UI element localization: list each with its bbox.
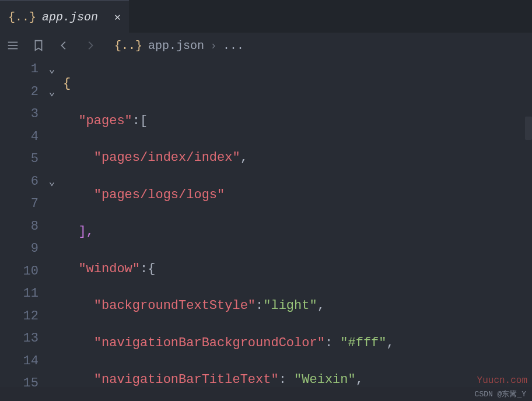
editor-toolbar: {..} app.json › ... bbox=[0, 33, 532, 58]
watermark-text: Yuucn.com bbox=[477, 375, 527, 386]
line-number: 5 bbox=[0, 148, 38, 171]
tab-bar: {..} app.json ✕ bbox=[0, 0, 532, 33]
chevron-down-icon[interactable]: ⌄ bbox=[49, 58, 55, 81]
chevron-down-icon[interactable]: ⌄ bbox=[49, 171, 55, 194]
forward-icon[interactable] bbox=[82, 39, 98, 52]
code-editor[interactable]: 1 2 3 4 5 6 7 8 9 10 11 12 13 14 15 ⌄ ⌄ … bbox=[0, 58, 532, 387]
line-number: 8 bbox=[0, 216, 38, 238]
line-number: 9 bbox=[0, 238, 38, 261]
breadcrumb-more: ... bbox=[223, 39, 244, 52]
minimap-scrollbar[interactable] bbox=[525, 117, 532, 140]
line-number: 3 bbox=[0, 103, 38, 126]
status-text: CSDN @东篱_Y bbox=[475, 389, 526, 399]
line-number: 10 bbox=[0, 261, 38, 283]
line-number: 13 bbox=[0, 328, 38, 350]
fold-gutter: ⌄ ⌄ ⌄ bbox=[44, 58, 60, 387]
line-number-gutter: 1 2 3 4 5 6 7 8 9 10 11 12 13 14 15 bbox=[0, 58, 44, 387]
breadcrumb-filename: app.json bbox=[148, 39, 204, 52]
line-number: 12 bbox=[0, 305, 38, 328]
tab-app-json[interactable]: {..} app.json ✕ bbox=[0, 0, 129, 33]
line-number: 2 bbox=[0, 81, 38, 104]
line-number: 7 bbox=[0, 193, 38, 216]
json-file-icon: {..} bbox=[8, 10, 36, 24]
chevron-down-icon[interactable]: ⌄ bbox=[49, 81, 55, 104]
chevron-right-icon: › bbox=[210, 39, 217, 52]
tab-bar-spacer bbox=[129, 0, 532, 33]
line-number: 4 bbox=[0, 126, 38, 149]
line-number: 1 bbox=[0, 58, 38, 81]
line-number: 14 bbox=[0, 350, 38, 373]
close-icon[interactable]: ✕ bbox=[114, 10, 121, 23]
json-file-icon: {..} bbox=[114, 39, 142, 52]
tab-filename: app.json bbox=[42, 10, 98, 24]
code-content[interactable]: { "pages":[ "pages/index/index", "pages/… bbox=[60, 58, 532, 387]
breadcrumb[interactable]: {..} app.json › ... bbox=[114, 39, 244, 52]
bookmark-icon[interactable] bbox=[30, 39, 47, 52]
line-number: 6 bbox=[0, 171, 38, 194]
line-number: 11 bbox=[0, 283, 38, 305]
status-bar: CSDN @东篱_Y bbox=[0, 387, 532, 401]
back-icon[interactable] bbox=[56, 39, 72, 52]
menu-icon[interactable] bbox=[5, 39, 21, 52]
